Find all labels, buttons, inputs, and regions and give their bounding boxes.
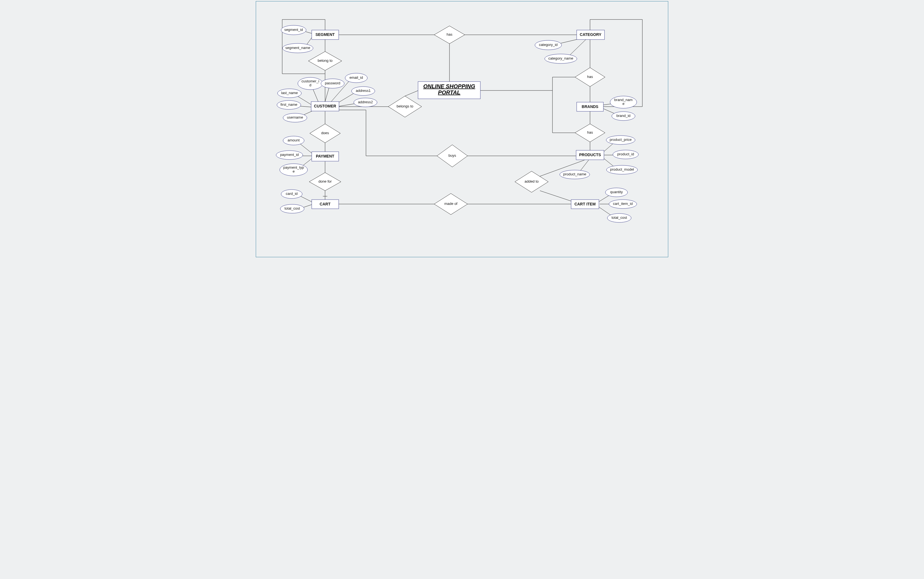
- rel-done-for: done for: [309, 173, 341, 191]
- entity-brands: BRANDS: [577, 102, 603, 111]
- portal-title-1: ONLINE SHOPPING: [423, 83, 475, 89]
- entity-cart: CART: [312, 200, 339, 209]
- svg-text:added to: added to: [525, 179, 539, 183]
- svg-text:card_id: card_id: [286, 191, 298, 196]
- entity-cart-item: CART ITEM: [571, 200, 599, 209]
- entity-category-label: CATEGORY: [580, 32, 601, 37]
- svg-text:category_id: category_id: [539, 43, 557, 47]
- svg-text:product_price: product_price: [610, 137, 632, 142]
- svg-text:username: username: [287, 115, 303, 119]
- attr-first-name: first_name: [277, 100, 301, 110]
- attr-product-id: product_id: [613, 150, 638, 159]
- rel-added-to: added to: [515, 171, 548, 192]
- svg-text:email_id: email_id: [349, 75, 363, 80]
- attr-total-cost-cart: total_cost: [280, 204, 304, 213]
- er-diagram-svg: SEGMENT CATEGORY CUSTOMER BRANDS PAYMENT…: [256, 2, 669, 257]
- entity-category: CATEGORY: [577, 30, 604, 39]
- svg-text:total_cost: total_cost: [284, 206, 300, 211]
- attr-amount: amount: [283, 136, 304, 145]
- attr-segment-id: segment_id: [281, 25, 306, 35]
- attr-product-name: product_name: [560, 170, 590, 179]
- rel-belong-to: belong to: [309, 51, 342, 70]
- svg-text:made of: made of: [444, 201, 457, 206]
- rel-has-brand-prod: has: [575, 124, 605, 142]
- entity-segment: SEGMENT: [312, 30, 339, 39]
- attr-address1: address1: [351, 87, 375, 95]
- rel-belongs-to: belongs to: [388, 96, 422, 117]
- svg-text:last_name: last_name: [281, 91, 298, 95]
- attr-quantity: quantity: [605, 188, 628, 197]
- attr-password: password: [321, 79, 344, 88]
- svg-text:product_name: product_name: [563, 172, 586, 176]
- attr-username: username: [283, 113, 307, 122]
- attr-brand-name: brand_name: [610, 96, 637, 108]
- attr-category-name: category_name: [545, 54, 577, 64]
- entity-segment-label: SEGMENT: [315, 32, 335, 37]
- attr-card-id: card_id: [281, 190, 302, 198]
- entity-customer-label: CUSTOMER: [314, 104, 336, 108]
- svg-text:total_cost: total_cost: [611, 216, 627, 220]
- svg-text:has: has: [587, 75, 593, 79]
- svg-text:product_id: product_id: [617, 152, 634, 156]
- svg-text:done for: done for: [318, 179, 332, 183]
- attr-cart-item-id: cart_item_id: [609, 200, 637, 208]
- portal-title-2: PORTAL: [438, 89, 460, 95]
- rel-has-top: has: [434, 26, 465, 44]
- svg-text:first_name: first_name: [281, 103, 297, 106]
- svg-text:brand_id: brand_id: [617, 114, 631, 118]
- entity-cart-label: CART: [320, 202, 331, 206]
- attr-last-name: last_name: [278, 89, 301, 98]
- diagram-canvas: SEGMENT CATEGORY CUSTOMER BRANDS PAYMENT…: [256, 1, 668, 257]
- svg-text:belong to: belong to: [318, 59, 333, 63]
- svg-text:address1: address1: [356, 88, 371, 93]
- rel-buys: buys: [437, 145, 468, 167]
- attr-category-id: category_id: [535, 40, 562, 50]
- entity-products-label: PRODUCTS: [579, 152, 601, 157]
- entity-products: PRODUCTS: [576, 150, 604, 160]
- attr-address2: address2: [354, 98, 377, 107]
- svg-text:segment_id: segment_id: [284, 28, 303, 32]
- attr-payment-id: payment_id: [276, 150, 303, 160]
- attr-product-model: product_model: [606, 165, 638, 174]
- svg-text:password: password: [325, 81, 340, 85]
- attr-product-price: product_price: [606, 136, 635, 144]
- svg-text:address2: address2: [358, 100, 373, 104]
- rel-has-cat-brand: has: [575, 68, 605, 87]
- svg-text:product_model: product_model: [610, 167, 634, 172]
- svg-text:quantity: quantity: [610, 190, 623, 194]
- svg-text:has: has: [587, 130, 593, 134]
- rel-does: does: [310, 124, 340, 143]
- attr-segment-name: segment_name: [282, 43, 313, 53]
- attr-total-cost-item: total_cost: [607, 214, 631, 222]
- attr-customer-id: customer_id: [298, 77, 323, 90]
- entity-payment: PAYMENT: [312, 152, 339, 161]
- attr-email-id: email_id: [345, 73, 367, 83]
- svg-text:segment_name: segment_name: [285, 46, 310, 50]
- svg-text:payment_id: payment_id: [280, 152, 299, 157]
- svg-text:has: has: [447, 32, 452, 36]
- attr-brand-id: brand_id: [612, 111, 635, 121]
- svg-text:category_name: category_name: [548, 56, 573, 61]
- svg-text:buys: buys: [448, 154, 456, 157]
- entity-customer: CUSTOMER: [311, 101, 339, 111]
- entity-portal: ONLINE SHOPPING PORTAL: [418, 82, 480, 99]
- svg-text:amount: amount: [287, 138, 300, 142]
- svg-text:cart_item_id: cart_item_id: [613, 201, 633, 206]
- attr-payment-type: payment_type: [280, 164, 307, 176]
- svg-text:does: does: [321, 131, 329, 135]
- entity-payment-label: PAYMENT: [316, 154, 335, 159]
- entity-brands-label: BRANDS: [582, 105, 598, 109]
- svg-text:belongs to: belongs to: [397, 104, 413, 108]
- entity-cart-item-label: CART ITEM: [575, 202, 596, 206]
- rel-made-of: made of: [434, 193, 468, 214]
